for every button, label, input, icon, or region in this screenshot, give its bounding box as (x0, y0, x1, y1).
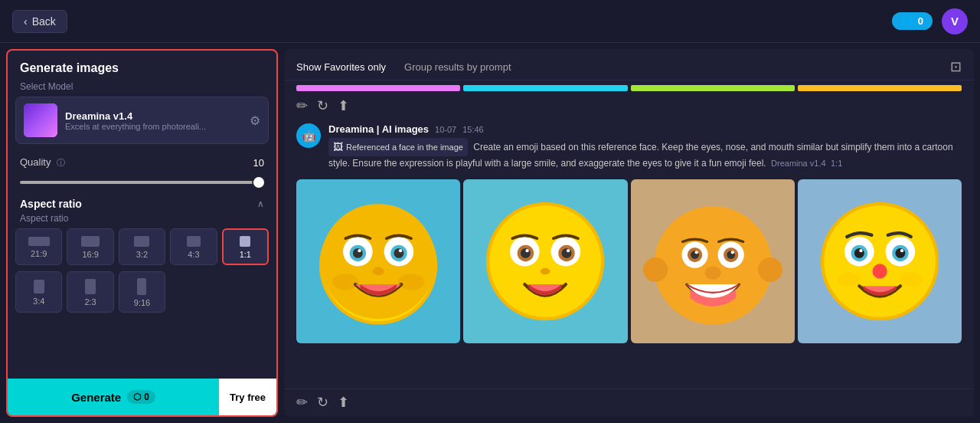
svg-point-37 (704, 266, 720, 279)
svg-point-46 (854, 248, 864, 257)
ratio-tag: 1:1 (831, 159, 842, 168)
image-card-3[interactable] (631, 179, 795, 343)
svg-point-4 (398, 274, 424, 290)
emoji-svg-1 (296, 179, 460, 343)
color-bar-4 (798, 85, 962, 91)
aspect-btn-3-2[interactable]: 3:2 (119, 228, 165, 265)
svg-point-28 (758, 257, 782, 281)
aspect-icon-9-16 (137, 278, 146, 295)
info-icon: ⓘ (57, 158, 65, 167)
reference-label: Referenced a face in the image (346, 141, 463, 154)
aspect-btn-16-9[interactable]: 16:9 (67, 228, 113, 265)
emoji-svg-4 (798, 179, 962, 343)
model-selector[interactable]: Dreamina v1.4 Excels at everything from … (15, 97, 269, 144)
aspect-label-9-16: 9:16 (134, 298, 150, 307)
message-sender: Dreamina | AI images (328, 123, 429, 135)
image-card-4[interactable] (798, 179, 962, 343)
aspect-btn-9-16[interactable]: 9:16 (119, 271, 165, 313)
svg-point-49 (900, 249, 903, 252)
svg-point-41 (900, 272, 923, 287)
edit-icon-bottom[interactable]: ✏ (296, 394, 308, 411)
aspect-btn-21-9[interactable]: 21:9 (15, 228, 62, 265)
select-model-label: Select Model (8, 78, 276, 97)
aspect-ratio-grid-bottom: 3:4 2:3 9:16 (8, 271, 276, 320)
avatar[interactable]: V (942, 8, 968, 34)
model-name: Dreamina v1.4 (65, 110, 242, 122)
image-card-1[interactable] (296, 179, 460, 343)
model-tag: Dreamina v1.4 (769, 159, 828, 168)
generate-label: Generate (71, 391, 121, 404)
folder-icon[interactable]: ⊡ (950, 58, 962, 75)
images-grid (284, 179, 974, 389)
settings-icon[interactable]: ⚙ (250, 113, 260, 128)
aspect-btn-3-4[interactable]: 3:4 (15, 271, 62, 313)
svg-point-3 (332, 274, 358, 290)
group-results-toggle[interactable]: Group results by prompt (404, 61, 511, 73)
badge-emoji: 🖼 (333, 139, 343, 155)
chevron-up-icon[interactable]: ∧ (257, 198, 264, 209)
svg-point-13 (373, 267, 384, 275)
credits-count-value: 0 (144, 392, 149, 402)
image-card-2[interactable] (463, 179, 627, 343)
show-favorites-toggle[interactable]: Show Favorites only (296, 61, 386, 73)
model-description: Excels at everything from photoreali... (65, 122, 242, 131)
quality-slider[interactable] (20, 181, 264, 184)
aspect-icon-3-2 (134, 236, 149, 247)
color-bar-2 (463, 85, 627, 91)
reference-badge: 🖼 Referenced a face in the image (328, 138, 468, 156)
aspect-label-2-3: 2:3 (84, 297, 96, 307)
left-panel: Generate images Select Model Dreamina v1… (6, 49, 278, 417)
color-bars (296, 85, 962, 91)
svg-point-9 (353, 248, 363, 257)
aspect-icon-21-9 (28, 237, 50, 246)
svg-point-12 (399, 249, 402, 252)
aspect-ratio-grid-top: 21:9 16:9 3:2 4:3 1:1 (8, 228, 276, 271)
svg-point-11 (358, 249, 361, 252)
message-row: 🤖 Dreamina | AI images 10-07 15:46 🖼 Ref… (284, 120, 974, 179)
aspect-sublabel: Aspect ratio (8, 213, 276, 228)
svg-point-22 (526, 249, 529, 252)
aspect-btn-1-1[interactable]: 1:1 (222, 228, 269, 265)
refresh-icon-top[interactable]: ↻ (317, 97, 328, 114)
svg-point-15 (490, 205, 602, 317)
quality-row: Quality ⓘ 10 (8, 152, 276, 170)
model-thumbnail (24, 103, 57, 137)
svg-point-24 (541, 267, 550, 274)
credits-icon: ⬡ (133, 392, 141, 402)
svg-point-2 (321, 204, 436, 319)
message-date: 10-07 (435, 125, 456, 134)
aspect-label-3-4: 3:4 (33, 297, 44, 306)
aspect-label-3-2: 3:2 (136, 250, 148, 259)
try-free-label: Try free (230, 392, 266, 403)
generate-button[interactable]: Generate ⬡ 0 (8, 379, 219, 415)
credits-value: 0 (918, 15, 923, 27)
edit-icon-top[interactable]: ✏ (296, 97, 308, 114)
aspect-icon-16-9 (81, 236, 100, 247)
aspect-ratio-header: Aspect ratio ∧ (8, 193, 276, 213)
topbar-right: 🌐 0 V (892, 8, 968, 34)
refresh-icon-bottom[interactable]: ↻ (317, 394, 328, 411)
svg-point-40 (837, 272, 860, 287)
svg-point-35 (694, 251, 697, 254)
svg-point-21 (562, 248, 572, 257)
aspect-btn-2-3[interactable]: 2:3 (67, 271, 113, 313)
aspect-icon-2-3 (85, 279, 96, 294)
message-body: 🖼 Referenced a face in the image Create … (328, 138, 962, 170)
avatar-icon: 🤖 (302, 130, 315, 142)
emoji-svg-3 (631, 179, 795, 343)
aspect-btn-4-3[interactable]: 4:3 (170, 228, 217, 265)
model-info: Dreamina v1.4 Excels at everything from … (65, 110, 242, 131)
back-button[interactable]: ‹ Back (12, 10, 67, 33)
generate-credits: ⬡ 0 (127, 390, 155, 404)
aspect-label-16-9: 16:9 (82, 250, 98, 259)
svg-point-27 (643, 257, 668, 281)
main-layout: Generate images Select Model Dreamina v1… (0, 43, 980, 423)
upload-icon-bottom[interactable]: ⬆ (338, 394, 349, 411)
try-free-button[interactable]: Try free (219, 379, 276, 415)
aspect-ratio-label: Aspect ratio (20, 198, 82, 210)
upload-icon-top[interactable]: ⬆ (338, 97, 349, 114)
aspect-label-1-1: 1:1 (240, 250, 251, 259)
credits-badge: 🌐 0 (892, 12, 933, 30)
quality-value: 10 (253, 157, 264, 169)
svg-point-36 (730, 251, 733, 254)
